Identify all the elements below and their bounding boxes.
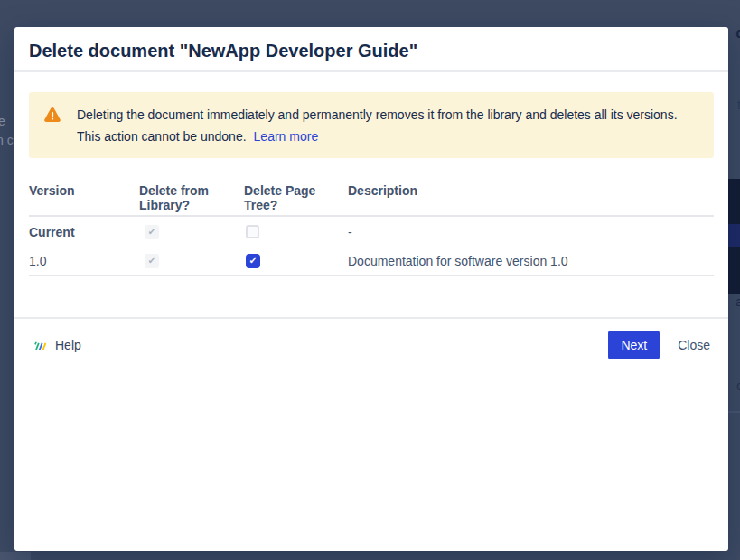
background-panel-fragment — [0, 552, 31, 560]
dialog-footer: Help Next Close — [14, 319, 728, 359]
column-header-delete-from-library: Delete from Library? — [139, 183, 244, 212]
warning-message: Deleting the document immediately and pe… — [77, 104, 699, 147]
delete-page-tree-checkbox[interactable] — [246, 225, 259, 238]
description-cell: Documentation for software version 1.0 — [348, 254, 714, 268]
column-header-delete-page-tree: Delete Page Tree? — [244, 183, 348, 212]
column-header-version: Version — [29, 183, 139, 198]
background-text-fragment: c — [736, 378, 740, 393]
warning-text: Deleting the document immediately and pe… — [77, 107, 678, 144]
warning-triangle-icon — [43, 106, 61, 124]
table-header-row: Version Delete from Library? Delete Page… — [29, 183, 714, 217]
dialog-body: Deleting the document immediately and pe… — [14, 72, 728, 276]
background-text-fragment: e — [0, 114, 5, 128]
k15t-logo-icon — [33, 338, 48, 353]
dialog-header: Delete document "NewApp Developer Guide" — [14, 27, 728, 70]
close-button[interactable]: Close — [678, 338, 710, 352]
background-text-fragment: a — [735, 294, 740, 309]
delete-document-dialog: Delete document "NewApp Developer Guide"… — [14, 27, 728, 551]
help-link[interactable]: Help — [33, 338, 81, 353]
background-highlight-fragment — [727, 224, 740, 247]
description-cell: - — [348, 225, 714, 239]
next-button[interactable]: Next — [608, 331, 660, 359]
delete-from-library-checkbox — [145, 254, 159, 268]
delete-page-tree-checkbox[interactable] — [246, 254, 260, 268]
delete-from-library-checkbox — [145, 225, 159, 239]
background-text-fragment: d — [735, 25, 740, 42]
footer-actions: Next Close — [608, 331, 710, 359]
warning-banner: Deleting the document immediately and pe… — [29, 92, 714, 158]
column-header-description: Description — [348, 183, 714, 198]
background-divider-fragment — [727, 411, 740, 413]
help-label: Help — [55, 338, 81, 352]
version-label: 1.0 — [29, 254, 139, 268]
versions-table: Version Delete from Library? Delete Page… — [29, 183, 714, 276]
background-text-fragment: n c — [0, 133, 14, 147]
learn-more-link[interactable]: Learn more — [254, 129, 319, 144]
version-label: Current — [29, 225, 139, 239]
table-row-1-0: 1.0 Documentation for software version 1… — [29, 247, 714, 276]
dialog-title: Delete document "NewApp Developer Guide" — [29, 39, 714, 62]
table-row-current: Current - — [29, 217, 714, 247]
